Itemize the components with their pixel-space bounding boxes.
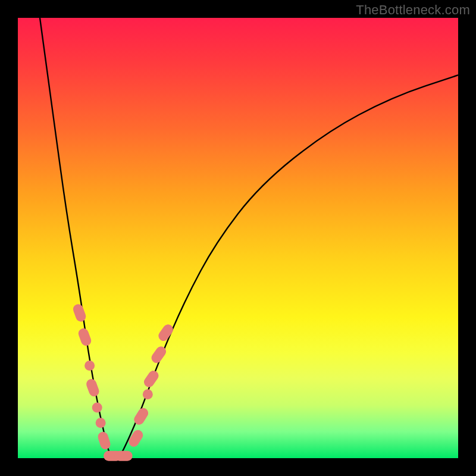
marker-capsule [142,369,161,389]
chart-plot-area [18,18,458,458]
marker-capsule [85,378,101,398]
marker-capsule [156,322,175,343]
watermark-text: TheBottleneck.com [356,2,470,18]
marker-dot [96,418,106,428]
bottleneck-curve [40,18,458,458]
chart-svg [18,18,458,458]
curve-markers [71,303,175,461]
chart-frame: TheBottleneck.com [0,0,476,476]
marker-capsule [127,428,145,448]
marker-capsule [96,431,111,451]
marker-dot [92,402,102,412]
marker-dot [84,361,95,371]
marker-capsule [71,303,87,323]
marker-dot [143,389,153,399]
marker-capsule [115,451,133,461]
marker-capsule [77,327,92,347]
